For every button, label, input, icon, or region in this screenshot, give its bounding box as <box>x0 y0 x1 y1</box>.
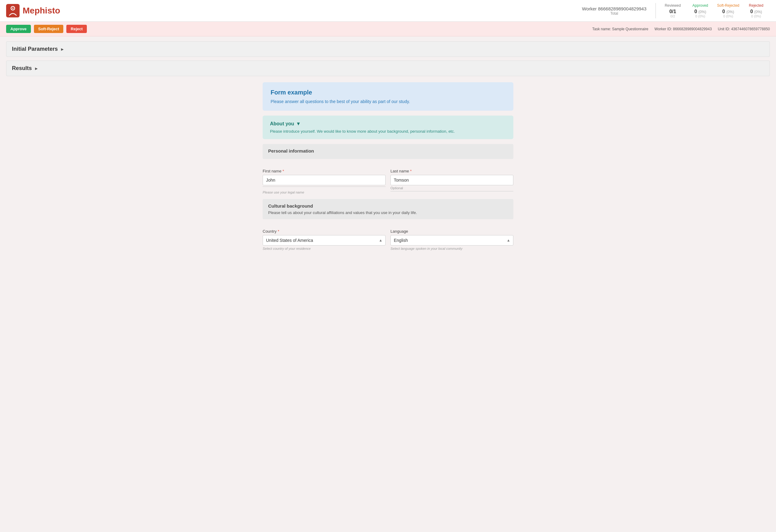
approve-button[interactable]: Approve <box>6 25 31 33</box>
worker-id-text: Worker 8666828989004829943 <box>582 6 647 11</box>
country-select[interactable]: United States of America <box>263 235 386 245</box>
worker-info: Worker 8666828989004829943 Total <box>582 6 647 16</box>
form-description: Please answer all questions to the best … <box>270 99 506 104</box>
last-name-input[interactable] <box>390 175 513 185</box>
logo-area: Mephisto <box>6 4 60 17</box>
approved-sub: 0 (0%) <box>690 14 711 18</box>
reviewed-label: Reviewed <box>662 3 684 8</box>
country-label: Country * <box>263 229 386 233</box>
about-you-section: About you ▼ Please introduce yourself. W… <box>263 116 513 139</box>
about-you-chevron: ▼ <box>296 121 301 127</box>
rejected-label: Rejected <box>745 3 767 8</box>
about-you-title: About you ▼ <box>270 121 506 127</box>
approved-label: Approved <box>690 3 711 8</box>
last-name-required: * <box>410 169 412 173</box>
stat-rejected: Rejected 0 (0%) 0 (0%) <box>742 3 770 18</box>
personal-info-grid: First name * Please use your legal name … <box>263 164 513 199</box>
last-name-optional: Optional <box>390 186 513 190</box>
cultural-background-subsection: Cultural background Please tell us about… <box>263 199 513 219</box>
country-required: * <box>277 229 279 233</box>
language-select[interactable]: English <box>390 235 513 245</box>
initial-params-title: Initial Parameters ► <box>12 46 764 52</box>
cultural-background-title: Cultural background <box>268 203 508 208</box>
last-name-divider <box>390 191 513 191</box>
main-content: Initial Parameters ► Results ► Form exam… <box>0 36 776 266</box>
initial-params-section[interactable]: Initial Parameters ► <box>6 41 770 57</box>
rejected-value: 0 (0%) <box>745 9 767 14</box>
soft-rejected-label: Soft-Rejected <box>717 3 739 8</box>
initial-params-arrow: ► <box>60 47 64 52</box>
about-you-description: Please introduce yourself. We would like… <box>270 129 506 134</box>
cultural-info-grid: Country * United States of America ▲ Sel… <box>263 224 513 255</box>
app-header: Mephisto Worker 8666828989004829943 Tota… <box>0 0 776 22</box>
stats-divider <box>655 3 656 18</box>
reviewed-sub: 0/2 <box>662 14 684 18</box>
first-name-divider <box>263 186 386 187</box>
unit-id-label: Unit ID: 4367446078659778850 <box>718 27 770 31</box>
personal-info-subsection: Personal information <box>263 144 513 159</box>
approved-value: 0 (0%) <box>690 9 711 14</box>
first-name-input[interactable] <box>263 175 386 185</box>
stat-approved: Approved 0 (0%) 0 (0%) <box>687 3 714 18</box>
country-select-wrapper: United States of America ▲ <box>263 235 386 245</box>
task-name-label: Task name: Sample Questionnaire <box>592 27 648 31</box>
svg-rect-0 <box>6 4 20 17</box>
worker-id-label: Worker ID: 8666828989004829943 <box>654 27 712 31</box>
form-area: Form example Please answer all questions… <box>263 82 513 255</box>
reject-button[interactable]: Reject <box>66 25 87 33</box>
results-title: Results ► <box>12 65 764 71</box>
language-select-wrapper: English ▲ <box>390 235 513 245</box>
soft-reject-button[interactable]: Soft-Reject <box>34 25 63 33</box>
stat-soft-rejected: Soft-Rejected 0 (0%) 0 (0%) <box>714 3 742 18</box>
country-group: Country * United States of America ▲ Sel… <box>263 229 386 250</box>
rejected-sub: 0 (0%) <box>745 14 767 18</box>
cultural-background-description: Please tell us about your cultural affil… <box>268 210 508 215</box>
soft-rejected-sub: 0 (0%) <box>717 14 739 18</box>
stat-reviewed: Reviewed 0/1 0/2 <box>659 3 687 18</box>
first-name-required: * <box>282 169 284 173</box>
language-hint: Select language spoken in your local com… <box>390 247 513 250</box>
logo-text: Mephisto <box>23 6 60 16</box>
language-group: Language English ▲ Select language spoke… <box>390 229 513 250</box>
country-hint: Select country of your residence <box>263 247 386 250</box>
form-header-box: Form example Please answer all questions… <box>263 82 513 111</box>
action-bar: Approve Soft-Reject Reject Task name: Sa… <box>0 22 776 36</box>
reviewed-value: 0/1 <box>662 9 684 14</box>
first-name-group: First name * Please use your legal name <box>263 169 386 194</box>
svg-point-2 <box>12 8 13 9</box>
first-name-label: First name * <box>263 169 386 173</box>
soft-rejected-value: 0 (0%) <box>717 9 739 14</box>
logo-icon <box>6 4 20 17</box>
results-section[interactable]: Results ► <box>6 60 770 76</box>
first-name-hint: Please use your legal name <box>263 190 386 194</box>
form-title: Form example <box>270 89 506 96</box>
results-arrow: ► <box>34 66 38 71</box>
last-name-group: Last name * Optional <box>390 169 513 194</box>
last-name-label: Last name * <box>390 169 513 173</box>
language-label: Language <box>390 229 513 233</box>
worker-total: Total <box>582 11 647 16</box>
task-info: Task name: Sample Questionnaire Worker I… <box>592 27 770 31</box>
personal-info-title: Personal information <box>268 148 508 154</box>
